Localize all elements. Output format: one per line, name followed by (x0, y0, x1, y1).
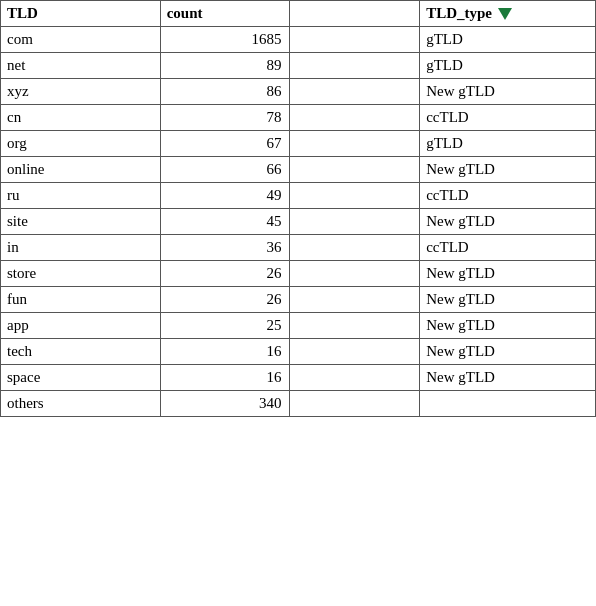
count-cell: 26 (160, 287, 290, 313)
gap-cell (290, 313, 420, 339)
tld-type-cell: ccTLD (420, 183, 596, 209)
gap-cell (290, 131, 420, 157)
table-row: app25New gTLD (1, 313, 596, 339)
tld-cell: tech (1, 339, 161, 365)
count-cell: 66 (160, 157, 290, 183)
table-row: store26New gTLD (1, 261, 596, 287)
table-row: net89gTLD (1, 53, 596, 79)
count-cell: 49 (160, 183, 290, 209)
count-header: count (160, 1, 290, 27)
table-row: fun26New gTLD (1, 287, 596, 313)
count-cell: 1685 (160, 27, 290, 53)
count-cell: 78 (160, 105, 290, 131)
count-cell: 67 (160, 131, 290, 157)
tld-cell: in (1, 235, 161, 261)
table-row: online66New gTLD (1, 157, 596, 183)
gap-header (290, 1, 420, 27)
tld-cell: app (1, 313, 161, 339)
table-row: org67gTLD (1, 131, 596, 157)
tld-type-cell (420, 391, 596, 417)
tld-type-cell: New gTLD (420, 365, 596, 391)
tld-type-cell: ccTLD (420, 105, 596, 131)
tld-type-cell: New gTLD (420, 287, 596, 313)
table-row: in36ccTLD (1, 235, 596, 261)
count-cell: 89 (160, 53, 290, 79)
tld-cell: ru (1, 183, 161, 209)
gap-cell (290, 183, 420, 209)
table-row: tech16New gTLD (1, 339, 596, 365)
tld-type-cell: New gTLD (420, 313, 596, 339)
table-row: ru49ccTLD (1, 183, 596, 209)
table-row: space16New gTLD (1, 365, 596, 391)
tld-cell: site (1, 209, 161, 235)
gap-cell (290, 79, 420, 105)
gap-cell (290, 105, 420, 131)
count-cell: 36 (160, 235, 290, 261)
tld-cell: space (1, 365, 161, 391)
table-row: cn78ccTLD (1, 105, 596, 131)
gap-cell (290, 339, 420, 365)
tld-type-cell: gTLD (420, 53, 596, 79)
tld-cell: store (1, 261, 161, 287)
table-row: site45New gTLD (1, 209, 596, 235)
tld-type-cell: ccTLD (420, 235, 596, 261)
gap-cell (290, 235, 420, 261)
count-cell: 86 (160, 79, 290, 105)
count-cell: 16 (160, 365, 290, 391)
gap-cell (290, 287, 420, 313)
gap-cell (290, 391, 420, 417)
table-row: xyz86New gTLD (1, 79, 596, 105)
tld-type-cell: gTLD (420, 131, 596, 157)
data-table: TLD count TLD_type com1685gTLDnet89gTLDx… (0, 0, 596, 417)
tld-cell: fun (1, 287, 161, 313)
tld-type-header: TLD_type (420, 1, 596, 27)
tld-type-cell: New gTLD (420, 157, 596, 183)
count-cell: 340 (160, 391, 290, 417)
gap-cell (290, 157, 420, 183)
count-cell: 25 (160, 313, 290, 339)
tld-type-cell: New gTLD (420, 209, 596, 235)
tld-cell: net (1, 53, 161, 79)
tld-type-cell: New gTLD (420, 339, 596, 365)
count-cell: 26 (160, 261, 290, 287)
count-cell: 16 (160, 339, 290, 365)
tld-cell: others (1, 391, 161, 417)
table-row: others340 (1, 391, 596, 417)
tld-cell: online (1, 157, 161, 183)
tld-type-cell: New gTLD (420, 79, 596, 105)
table-row: com1685gTLD (1, 27, 596, 53)
gap-cell (290, 209, 420, 235)
tld-type-cell: gTLD (420, 27, 596, 53)
count-cell: 45 (160, 209, 290, 235)
tld-cell: xyz (1, 79, 161, 105)
gap-cell (290, 365, 420, 391)
tld-type-cell: New gTLD (420, 261, 596, 287)
header-row: TLD count TLD_type (1, 1, 596, 27)
filter-icon[interactable] (498, 8, 512, 20)
tld-cell: com (1, 27, 161, 53)
gap-cell (290, 261, 420, 287)
gap-cell (290, 27, 420, 53)
gap-cell (290, 53, 420, 79)
tld-cell: org (1, 131, 161, 157)
tld-header: TLD (1, 1, 161, 27)
tld-cell: cn (1, 105, 161, 131)
main-table-container: TLD count TLD_type com1685gTLDnet89gTLDx… (0, 0, 596, 417)
